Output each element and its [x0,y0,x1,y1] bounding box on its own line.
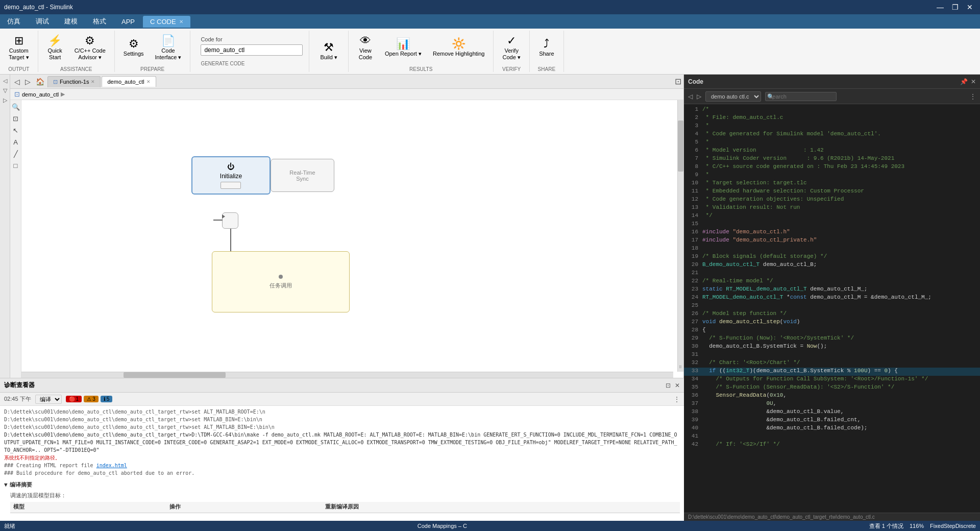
prepare-group-label: PREPARE [140,65,164,72]
code-advisor-label: C/C++ CodeAdvisor ▾ [75,47,106,61]
summary-toggle[interactable]: ▼ 编译摘要 [4,481,680,490]
simulink-icon: ⊡ [53,79,58,85]
subsystem-block[interactable]: 任务调用 [212,251,350,312]
code-pin-btn[interactable]: 📌 [960,78,968,85]
canvas-tab-demo-close[interactable]: ✕ [146,79,151,84]
report-link[interactable]: index.html [96,463,127,468]
maximize-button[interactable]: ❐ [949,3,962,11]
code-line-28: 28 { [684,327,980,335]
code-line-10: 10 * Target selection: target.tlc [684,180,980,188]
bottom-panel: 诊断查看器 ⊡ ✕ 02:45 下午 编译 🔴 1 [0,378,684,521]
diag-table: 模型 操作 重新编译原因 [10,502,680,513]
titlebar: demo_auto_ctl - Simulink — ❐ ✕ [0,0,980,14]
code-advisor-button[interactable]: ⚙ C/C++ CodeAdvisor ▾ [70,33,110,63]
breadcrumb-arrow: ▶ [61,91,65,98]
canvas-expand-icon[interactable]: ⊡ [675,77,681,86]
settings-label: Settings [124,51,144,57]
expand-icon[interactable]: ⊡ [666,382,671,389]
arrow2 [230,229,231,251]
quick-start-button[interactable]: ⚡ QuickStart [42,33,68,63]
v-scrollbar-thumb[interactable] [678,120,683,172]
canvas-home-btn[interactable]: 🏠 [34,78,46,86]
menu-format[interactable]: 格式 [86,15,113,28]
code-interface-button[interactable]: 📄 CodeInterface ▾ [151,33,186,63]
status-right: 查看 1 个情况 116% FixedStepDiscrete [869,522,976,530]
ribbon-group-prepare: ⚙ Settings 📄 CodeInterface ▾ PREPARE [115,31,191,72]
code-nav-back[interactable]: ◁ [688,93,693,100]
arrowhead1 [222,214,225,219]
share-button[interactable]: ⤴ Share [534,36,559,60]
sidebar-down-icon[interactable]: ▽ [2,86,8,95]
menu-app[interactable]: APP [114,16,142,28]
build-button[interactable]: ⚒ Build ▾ [315,39,342,63]
realtime-block[interactable]: Real-TimeSync [271,159,334,192]
tab-ccode[interactable]: C CODE ✕ [143,16,190,28]
canvas-tabs: ◁ ▷ 🏠 ⊡ Function-1s ✕ demo_auto_ctl ✕ [10,75,683,89]
summary-title: 编译摘要 [10,481,32,490]
code-line-29: 29 /* S-Function (Now): '<Root>/SystemTi… [684,335,980,343]
select-btn[interactable]: ↖ [12,126,19,135]
window-controls: — ❐ ✕ [934,3,976,11]
code-panel-title: Code [688,78,703,85]
code-for-group: Code for GENERATE CODE [194,31,309,72]
code-search-input[interactable] [765,92,837,101]
code-close-btn[interactable]: ✕ [971,78,976,85]
menu-simulate[interactable]: 仿真 [0,15,28,28]
initialize-block[interactable]: ⏻ Initialize [191,156,271,195]
sidebar-arrow-icon[interactable]: ◁ [2,77,8,85]
code-more-btn[interactable]: ⋮ [970,93,976,100]
code-nav-forward[interactable]: ▷ [697,93,701,100]
canvas-forward-btn[interactable]: ▷ [23,78,33,86]
view-code-button[interactable]: 👁 ViewCode [353,33,378,63]
log-line-6: ### Build procedure for demo_auto_ctl ab… [4,469,680,477]
block-btn[interactable]: □ [13,161,19,171]
minimize-button[interactable]: — [934,3,947,11]
custom-target-button[interactable]: ⊞ CustomTarget ▾ [4,33,34,63]
canvas-tab-function1s[interactable]: ⊡ Function-1s ✕ [47,76,101,87]
close-button[interactable]: ✕ [964,3,976,11]
v-scrollbar[interactable]: ⠿ [677,100,683,372]
canvas-tab-function1s-close[interactable]: ✕ [91,79,95,84]
code-line-27: 27 void demo_auto_ctl_step(void) [684,319,980,327]
code-line-39: 39 &demo_auto_ctl_B.failed_cnt, [684,417,980,425]
open-report-button[interactable]: 📊 Open Report ▾ [380,36,426,60]
code-line-21: 21 [684,270,980,278]
initialize-label: Initialize [220,173,242,180]
ribbon-group-assistance: ⚡ QuickStart ⚙ C/C++ CodeAdvisor ▾ ASSIS… [38,31,115,72]
canvas-with-sidebar: ◁ ▽ ▷ ◁ ▷ 🏠 ⊡ Function-1s ✕ [0,75,684,378]
remove-highlighting-button[interactable]: 🔆 Remove Highlighting [428,36,489,60]
sidebar-right-icon[interactable]: ▷ [2,96,8,105]
code-for-input[interactable] [201,44,303,56]
h-scrollbar[interactable] [21,372,673,378]
ribbon-group-generate: Code for GENERATE CODE ⚒ Build ▾ [190,31,349,72]
arrow1 [213,220,223,221]
tab-ccode-close[interactable]: ✕ [179,19,183,25]
close-diagnostics-btn[interactable]: ✕ [675,382,680,389]
mode-select[interactable]: 编译 [35,395,62,404]
h-scrollbar-thumb[interactable] [124,372,226,378]
line-btn[interactable]: ╱ [13,149,19,159]
search-icon: 🔍 [767,93,774,100]
canvas-tab-demo[interactable]: demo_auto_ctl ✕ [102,76,156,87]
menu-debug[interactable]: 调试 [29,15,56,28]
settings-button[interactable]: ⚙ Settings [119,36,149,60]
fit-btn[interactable]: ⊡ [12,114,19,124]
build-label: Build ▾ [320,54,337,61]
content-area: ◁ ▽ ▷ ◁ ▷ 🏠 ⊡ Function-1s ✕ [0,75,980,521]
diag-more-btn[interactable]: ⋮ [674,396,680,403]
canvas-back-btn[interactable]: ◁ [12,78,22,86]
canvas-content[interactable]: 🔍 ⊡ ↖ A ╱ □ ⏻ Initialize [10,100,683,378]
menubar: 仿真 调试 建模 格式 APP C CODE ✕ [0,14,980,29]
code-file-select[interactable]: demo auto ctl.c [705,91,761,102]
text-btn[interactable]: A [12,137,19,147]
canvas-resize-handle[interactable]: ⠿ [679,365,682,370]
zoom-in-btn[interactable]: 🔍 [11,102,21,112]
menu-model[interactable]: 建模 [57,15,85,28]
verify-code-button[interactable]: ✓ VerifyCode ▾ [498,33,525,63]
code-content[interactable]: 1 /* 2 * File: demo_auto_ctl.c 3 * 4 * C… [684,104,980,513]
model-icon: ⊡ [14,90,20,98]
status-mode: FixedStepDiscrete [930,523,976,529]
results-buttons: 👁 ViewCode 📊 Open Report ▾ 🔆 Remove High… [353,31,489,65]
canvas-left-tools: 🔍 ⊡ ↖ A ╱ □ [10,100,21,378]
code-line-4: 4 * Code generated for Simulink model 'd… [684,131,980,139]
